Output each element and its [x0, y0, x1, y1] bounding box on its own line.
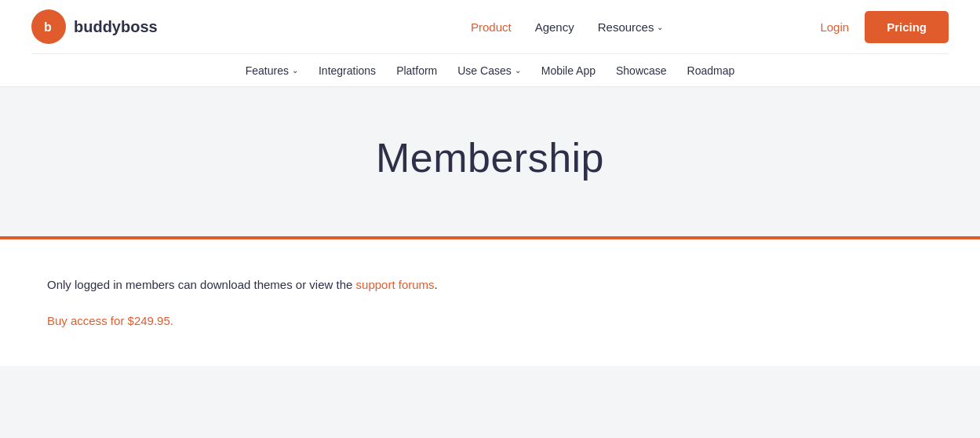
buy-access-link[interactable]: Buy access for $249.95. [47, 314, 173, 327]
nav-product[interactable]: Product [471, 20, 512, 34]
content-section: Only logged in members can download them… [0, 239, 980, 366]
logo[interactable]: b buddyboss [31, 9, 158, 44]
navbar: b buddyboss Product Agency Resources ⌄ L… [0, 0, 980, 87]
nav-mobile-app[interactable]: Mobile App [534, 64, 603, 77]
support-forums-link[interactable]: support forums [356, 278, 435, 291]
login-link[interactable]: Login [820, 20, 849, 34]
logo-text: buddyboss [74, 18, 158, 36]
nav-features[interactable]: Features ⌄ [238, 64, 306, 77]
nav-integrations[interactable]: Integrations [311, 64, 384, 77]
nav-agency[interactable]: Agency [535, 20, 574, 34]
hero-section: Membership [0, 87, 980, 236]
nav-showcase[interactable]: Showcase [608, 64, 675, 77]
buy-access-text: Buy access for $249.95. [47, 311, 933, 331]
nav-platform[interactable]: Platform [388, 64, 445, 77]
features-chevron-icon: ⌄ [292, 66, 298, 75]
navbar-actions: Login Pricing [820, 11, 949, 43]
nav-roadmap[interactable]: Roadmap [679, 64, 743, 77]
page-title: Membership [376, 134, 604, 181]
membership-message: Only logged in members can download them… [47, 275, 933, 295]
pricing-button[interactable]: Pricing [865, 11, 949, 43]
nav-resources[interactable]: Resources ⌄ [598, 20, 664, 34]
navbar-bottom: Features ⌄ Integrations Platform Use Cas… [31, 53, 949, 86]
logo-icon: b [31, 9, 66, 44]
use-cases-chevron-icon: ⌄ [515, 66, 521, 75]
navbar-top-links: Product Agency Resources ⌄ [471, 20, 663, 34]
resources-chevron-icon: ⌄ [657, 23, 663, 31]
svg-text:b: b [44, 20, 52, 34]
nav-use-cases[interactable]: Use Cases ⌄ [450, 64, 528, 77]
navbar-top: b buddyboss Product Agency Resources ⌄ L… [31, 0, 949, 53]
